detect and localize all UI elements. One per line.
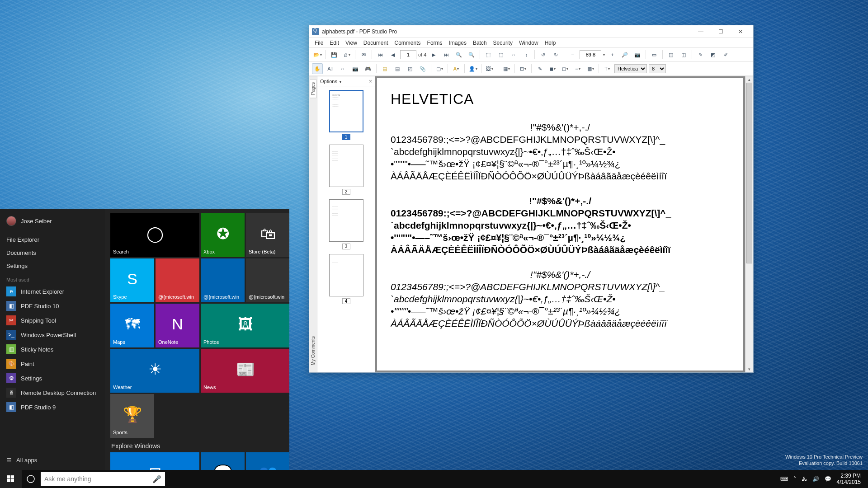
typewriter-button[interactable]: ▤ (392, 63, 403, 74)
menu-forms[interactable]: Forms (425, 39, 445, 47)
scrollbar-thumb[interactable] (746, 83, 752, 263)
camera-icon[interactable]: 📷 (350, 63, 361, 74)
menu-security[interactable]: Security (491, 39, 515, 47)
titlebar[interactable]: alphabets.pdf - PDF Studio Pro — ☐ ✕ (309, 25, 753, 38)
start-tile[interactable]: SSkype (110, 258, 154, 302)
zoom-out-button[interactable]: − (567, 49, 578, 60)
optimize-button[interactable]: ◫ (678, 49, 689, 60)
stamp-button[interactable]: 👤▾ (467, 63, 478, 74)
all-apps-button[interactable]: ☰ All apps (0, 453, 105, 467)
menu-images[interactable]: Images (446, 39, 469, 47)
save-button[interactable]: 💾 (329, 49, 340, 60)
side-tab-pages[interactable]: Pages (310, 79, 316, 98)
tray-volume-icon[interactable]: 🔊 (812, 476, 819, 482)
start-tile[interactable]: @{microsoft.win (156, 258, 199, 302)
start-tile[interactable]: 🖼Photos (201, 304, 289, 347)
page-thumbnail-2[interactable]: ──────────────────────────────2 (329, 145, 363, 195)
crop-button[interactable]: ◩ (708, 49, 718, 60)
prev-view-button[interactable]: 🔍 (453, 49, 464, 60)
tile-explore-1[interactable]: ⊞ (110, 452, 199, 470)
nav-file-explorer[interactable]: File Explorer (0, 233, 105, 246)
distance-tool-button[interactable]: ↔ (337, 63, 348, 74)
snapshot-icon[interactable]: 📷 (632, 49, 643, 60)
open-button[interactable]: 📂▾ (312, 49, 323, 60)
scroll-down-icon[interactable]: ▾ (745, 366, 753, 372)
callout-button[interactable]: ◰ (405, 63, 415, 74)
grid-button[interactable]: ▦▾ (501, 63, 512, 74)
start-button[interactable] (0, 470, 22, 488)
most-used-item[interactable]: ◧PDF Studio 9 (0, 400, 105, 414)
start-tile[interactable]: @{microsoft.win (246, 258, 289, 302)
loupe-button[interactable]: 🔎 (619, 49, 630, 60)
menu-view[interactable]: View (343, 39, 360, 47)
most-used-item[interactable]: ✂Snipping Tool (0, 313, 105, 328)
scroll-up-icon[interactable]: ▴ (745, 76, 753, 83)
cortana-icon[interactable] (22, 470, 40, 488)
actual-size-button[interactable]: ⬚ (483, 49, 494, 60)
tray-input-icon[interactable]: ⌨ (780, 476, 788, 482)
menu-comments[interactable]: Comments (392, 39, 424, 47)
image-button[interactable]: 🖼▾ (484, 63, 495, 74)
zoom-in-button[interactable]: + (607, 49, 618, 60)
thumbnail-options-button[interactable]: Options ▾ (320, 79, 341, 84)
taskbar-clock[interactable]: 2:39 PM 4/14/2015 (837, 473, 863, 485)
text-select-button[interactable]: Aͥ (325, 63, 335, 74)
tray-chevron-icon[interactable]: ˄ (793, 476, 796, 482)
edit-content-button[interactable]: ✐ (720, 49, 731, 60)
sign-button[interactable]: ✎ (695, 49, 706, 60)
vertical-scrollbar[interactable]: ▴ ▾ (745, 76, 753, 372)
font-family-select[interactable]: Helvetica (614, 64, 647, 73)
page-thumbnail-3[interactable]: ──────────────────────────────3 (329, 199, 363, 249)
text-style-button[interactable]: T▾ (602, 63, 613, 74)
minimize-button[interactable]: — (691, 25, 711, 38)
border-color-button[interactable]: ◻▾ (560, 63, 571, 74)
most-used-item[interactable]: eInternet Explorer (0, 284, 105, 299)
tile-explore-2[interactable]: 💬 (201, 452, 245, 470)
note-button[interactable]: ▤ (379, 63, 390, 74)
hand-tool-button[interactable]: ✋ (312, 63, 323, 74)
most-used-item[interactable]: ⚙Settings (0, 371, 105, 385)
attach-file-button[interactable]: 📎 (417, 63, 428, 74)
maximize-button[interactable]: ☐ (711, 25, 731, 38)
print-button[interactable]: 🖨▾ (341, 49, 352, 60)
tray-notifications-icon[interactable]: 💬 (825, 476, 831, 482)
menu-window[interactable]: Window (516, 39, 541, 47)
start-tile[interactable]: ✪Xbox (201, 213, 245, 257)
start-tile[interactable]: 🛍Store (Beta) (246, 213, 289, 257)
forms-button[interactable]: ▭ (649, 49, 660, 60)
email-button[interactable]: ✉ (358, 49, 369, 60)
rotate-cw-button[interactable]: ↻ (550, 49, 561, 60)
most-used-item[interactable]: >_Windows PowerShell (0, 328, 105, 342)
fit-height-button[interactable]: ↕ (521, 49, 532, 60)
prev-page-button[interactable]: ◀ (387, 49, 398, 60)
opacity-button[interactable]: ▩▾ (585, 63, 596, 74)
most-used-item[interactable]: ◧PDF Studio 10 (0, 299, 105, 313)
start-tile[interactable]: ☀Weather (110, 349, 199, 393)
nav-settings[interactable]: Settings (0, 259, 105, 272)
most-used-item[interactable]: 🖥Remote Desktop Connection (0, 385, 105, 400)
menu-edit[interactable]: Edit (327, 39, 342, 47)
zoom-level-input[interactable] (580, 50, 601, 59)
fit-width-button[interactable]: ↔ (508, 49, 519, 60)
nav-documents[interactable]: Documents (0, 246, 105, 259)
font-size-select[interactable]: 8 (649, 64, 666, 73)
user-account-button[interactable]: Jose Seiber (0, 212, 105, 230)
page-thumbnail-1[interactable]: HELVETICA──────────────────────────────1 (329, 90, 363, 140)
next-view-button[interactable]: 🔍 (466, 49, 477, 60)
thumbnail-panel-close[interactable]: × (369, 78, 372, 84)
next-page-button[interactable]: ▶ (428, 49, 439, 60)
close-button[interactable]: ✕ (731, 25, 750, 38)
tile-explore-3[interactable]: 👥 (246, 452, 289, 470)
document-view[interactable]: HELVETICA !"#$%&'()*+,-./ 0123456789:;<=… (375, 76, 753, 372)
start-tile[interactable]: 🏆Sports (110, 394, 154, 438)
last-page-button[interactable]: ⏭ (441, 49, 452, 60)
tray-network-icon[interactable]: 🖧 (802, 476, 807, 482)
start-tile[interactable]: @{microsoft.win (201, 258, 245, 302)
shape-button[interactable]: ▢▾ (434, 63, 445, 74)
highlight-button[interactable]: A▾ (451, 63, 462, 74)
start-tile[interactable]: 📰News (201, 349, 289, 393)
most-used-item[interactable]: 🎨Paint (0, 357, 105, 371)
line-style-button[interactable]: ≡▾ (572, 63, 583, 74)
menu-batch[interactable]: Batch (470, 39, 490, 47)
page-number-input[interactable] (400, 50, 416, 59)
